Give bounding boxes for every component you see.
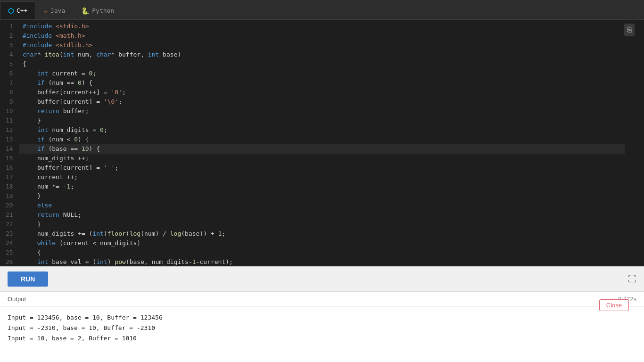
code-line-22: }: [19, 220, 625, 229]
tab-java[interactable]: ☕ Java: [35, 1, 73, 19]
bottom-toolbar: RUN ⛶: [0, 266, 644, 291]
code-lines[interactable]: #include <stdio.h> #include <math.h> #in…: [19, 22, 644, 266]
code-line-12: int num_digits = 0;: [19, 125, 625, 135]
code-line-1: #include <stdio.h>: [19, 22, 625, 31]
code-line-4: char* itoa(int num, char* buffer, int ba…: [19, 50, 625, 59]
code-line-24: while (current < num_digits): [19, 239, 625, 248]
output-line-1: Input = 123456, base = 10, Buffer = 1234…: [8, 313, 636, 323]
copy-button[interactable]: ⎘: [624, 24, 635, 36]
code-line-16: buffer[current] = '-';: [19, 163, 625, 173]
output-header: Output 0.272s: [0, 292, 644, 307]
code-line-11: }: [19, 116, 625, 125]
code-line-26: int base_val = (int) pow(base, num_digit…: [19, 257, 625, 266]
output-area: Output 0.272s Close Input = 123456, base…: [0, 291, 644, 362]
tab-java-label: Java: [50, 7, 65, 14]
output-label: Output: [8, 296, 26, 303]
code-line-25: {: [19, 248, 625, 257]
code-line-9: buffer[current] = '\0';: [19, 97, 625, 107]
code-line-23: num_digits += (int)floor(log(num) / log(…: [19, 229, 625, 239]
output-line-2: Input = -2310, base = 10, Buffer = -2310: [8, 323, 636, 333]
code-line-13: if (num < 0) {: [19, 135, 625, 144]
run-button[interactable]: RUN: [8, 272, 48, 287]
code-line-5: {: [19, 59, 625, 69]
code-line-8: buffer[current++] = '0';: [19, 88, 625, 97]
output-wrapper: Output 0.272s Close Input = 123456, base…: [0, 291, 644, 362]
code-line-3: #include <stdlib.h>: [19, 41, 625, 50]
line-numbers: 1 2 3 4 5 6 7 8 9 10 11 12 13 14 15 16 1…: [0, 22, 19, 266]
code-content: 1 2 3 4 5 6 7 8 9 10 11 12 13 14 15 16 1…: [0, 20, 644, 266]
tab-bar: ⬡ C++ ☕ Java 🐍 Python: [0, 0, 644, 20]
code-line-19: }: [19, 191, 625, 201]
code-line-15: num_digits ++;: [19, 154, 625, 163]
code-line-18: num *= -1;: [19, 182, 625, 191]
python-icon: 🐍: [81, 7, 89, 15]
code-line-17: current ++;: [19, 173, 625, 182]
tab-cpp-label: C++: [17, 7, 27, 14]
fullscreen-button[interactable]: ⛶: [628, 274, 636, 284]
tab-cpp[interactable]: ⬡ C++: [0, 1, 35, 19]
tab-python-label: Python: [92, 7, 114, 14]
cpp-icon: ⬡: [8, 7, 14, 15]
code-line-20: else: [19, 201, 625, 210]
java-icon: ☕: [43, 7, 47, 15]
code-editor: ⎘ 1 2 3 4 5 6 7 8 9 10 11 12 13 14 15 16…: [0, 20, 644, 266]
tab-python[interactable]: 🐍 Python: [73, 1, 122, 19]
output-line-3: Input = 10, base = 2, Buffer = 1010: [8, 333, 636, 344]
close-button[interactable]: Close: [599, 299, 629, 311]
code-line-6: int current = 0;: [19, 69, 625, 78]
code-line-2: #include <math.h>: [19, 31, 625, 41]
code-line-14: if (base == 10) {: [19, 144, 625, 154]
output-content: Input = 123456, base = 10, Buffer = 1234…: [0, 307, 644, 349]
code-line-10: return buffer;: [19, 107, 625, 116]
code-line-7: if (num == 0) {: [19, 78, 625, 88]
code-line-21: return NULL;: [19, 210, 625, 220]
